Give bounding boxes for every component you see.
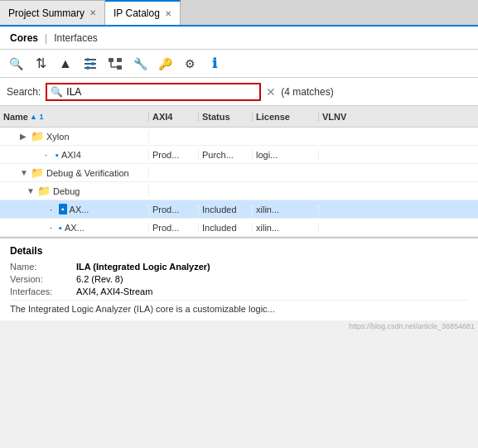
details-version-val: 6.2 (Rev. 8)	[76, 274, 123, 284]
search-icon: 🔍	[51, 86, 63, 98]
filter-btn[interactable]: ⇅	[30, 53, 51, 75]
svg-rect-8	[117, 65, 122, 70]
table-row[interactable]: ▼ 📁 Debug	[0, 182, 478, 200]
tab-bar: Project Summary ✕ IP Catalog ✕	[0, 0, 478, 26]
svg-point-3	[86, 58, 89, 61]
th-license[interactable]: License	[253, 112, 319, 122]
tab-ip-catalog-label: IP Catalog	[113, 7, 160, 19]
sort-icon: ▲ 1	[30, 113, 43, 121]
th-vlnv[interactable]: VLNV	[319, 112, 385, 122]
watermark: https://blog.csdn.net/article_36854681	[0, 320, 478, 332]
file-icon: ▪	[56, 150, 59, 160]
table-header: Name ▲ 1 AXI4 Status License VLNV	[0, 106, 478, 128]
toolbar: 🔍 ⇅ ▲ 🔧 🔑 ⚙ ℹ	[0, 50, 478, 78]
search-input-wrap: 🔍	[46, 83, 261, 101]
subtab-interfaces[interactable]: Interfaces	[51, 32, 101, 44]
svg-rect-6	[109, 58, 113, 62]
folder-icon: 📁	[37, 185, 51, 197]
th-status[interactable]: Status	[199, 112, 253, 122]
tab-project-summary[interactable]: Project Summary ✕	[0, 0, 105, 25]
key-btn[interactable]: 🔑	[154, 53, 176, 75]
expand-icon[interactable]: ▼	[20, 168, 28, 177]
cell-name: ▶ 📁 Xylon	[0, 130, 149, 142]
layers-btn[interactable]: ▲	[55, 53, 76, 75]
hierarchy-btn[interactable]	[104, 53, 126, 75]
settings-btn[interactable]: ⚙	[179, 53, 200, 75]
details-name-row: Name: ILA (Integrated Logic Analyzer)	[10, 262, 468, 272]
file-icon: ▪	[59, 223, 62, 233]
search-match-count: (4 matches)	[281, 86, 333, 98]
tab-project-summary-close[interactable]: ✕	[89, 8, 96, 17]
tab-ip-catalog[interactable]: IP Catalog ✕	[105, 0, 181, 25]
item-icon: ▪	[59, 204, 67, 214]
search-bar: Search: 🔍 ✕ (4 matches)	[0, 78, 478, 106]
th-axi4[interactable]: AXI4	[149, 112, 199, 122]
table-row[interactable]: · ▪ AXI4 Prod... Purch... logi...	[0, 146, 478, 164]
tab-project-summary-label: Project Summary	[8, 7, 84, 19]
folder-icon: 📁	[31, 166, 44, 179]
table-row[interactable]: ▶ 📁 Xylon	[0, 128, 478, 146]
details-interfaces-val: AXI4, AXI4-Stream	[76, 287, 152, 296]
expand-icon[interactable]: ▼	[27, 186, 35, 195]
details-name-key: Name:	[10, 262, 76, 272]
svg-rect-7	[117, 58, 122, 62]
svg-point-5	[86, 66, 89, 70]
svg-point-4	[91, 62, 94, 65]
search-label: Search:	[7, 86, 41, 98]
table-body: ▶ 📁 Xylon · ▪ AXI4 Prod... Purch... log	[0, 128, 478, 237]
details-interfaces-key: Interfaces:	[10, 287, 76, 296]
search-input[interactable]	[66, 86, 256, 98]
subtab-cores[interactable]: Cores	[7, 32, 41, 44]
search-clear-btn[interactable]: ✕	[266, 85, 276, 99]
info-btn[interactable]: ℹ	[204, 53, 225, 75]
table-row[interactable]: ▼ 📁 Debug & Verification	[0, 164, 478, 182]
expand-icon[interactable]: ▶	[20, 132, 28, 141]
sub-tabs: Cores | Interfaces	[0, 26, 478, 50]
customize-btn[interactable]	[80, 53, 101, 75]
details-name-val: ILA (Integrated Logic Analyzer)	[76, 262, 210, 272]
details-version-row: Version: 6.2 (Rev. 8)	[10, 274, 468, 284]
details-description: The Integrated Logic Analyzer (ILA) core…	[10, 300, 468, 314]
details-title: Details	[10, 245, 468, 257]
tab-ip-catalog-close[interactable]: ✕	[165, 9, 171, 18]
table-row[interactable]: · ▪ AX... Prod... Included xilin...	[0, 200, 478, 219]
details-interfaces-row: Interfaces: AXI4, AXI4-Stream	[10, 287, 468, 296]
folder-icon: 📁	[31, 130, 44, 142]
th-name[interactable]: Name ▲ 1	[0, 112, 149, 122]
details-panel: Details Name: ILA (Integrated Logic Anal…	[0, 238, 478, 320]
table-row[interactable]: · ▪ AX... Prod... Included xilin...	[0, 219, 478, 237]
results-table: Name ▲ 1 AXI4 Status License VLNV ▶ 📁 Xy…	[0, 106, 478, 238]
details-version-key: Version:	[10, 274, 76, 284]
search-tool-btn[interactable]: 🔍	[5, 53, 27, 75]
wrench-btn[interactable]: 🔧	[129, 53, 151, 75]
